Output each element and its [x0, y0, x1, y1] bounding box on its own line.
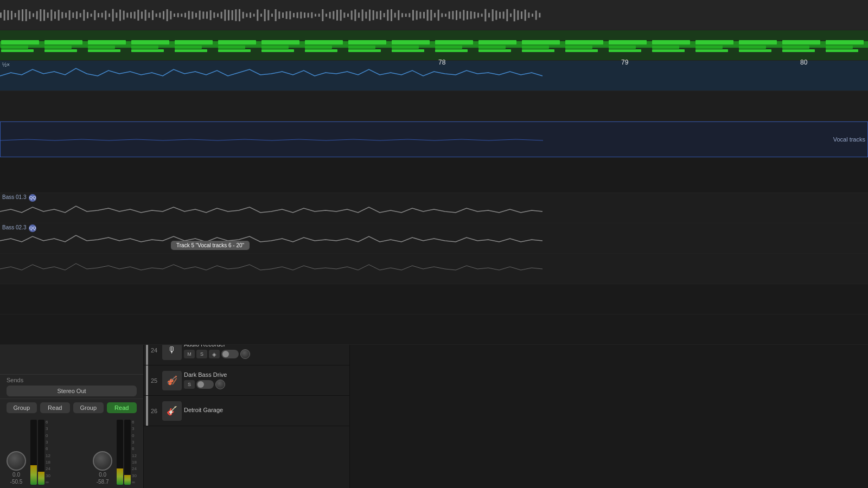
tracks-content[interactable]: // Generate waveform path inline - will …: [355, 54, 868, 488]
main-arrangement-area: 78 79 80 // Generate waveform path inlin…: [355, 54, 868, 488]
track-lane-21: [355, 163, 868, 193]
tooltip: Track 5 "Vocal tracks 6 - 20": [171, 241, 250, 250]
ruler-mark-80: 80: [800, 59, 807, 66]
track-lane-26: [355, 314, 868, 345]
waveform-3: [355, 63, 868, 88]
track-lane-4: [355, 91, 868, 121]
tooltip-spacer-lane: [355, 157, 868, 163]
waveform-24: [355, 256, 868, 281]
track-lane-25: [355, 284, 868, 314]
waveform-22: [355, 201, 868, 221]
waveform-23: [355, 231, 868, 251]
main-layout: ▼ Region: MIDI Defaults Mute: Loop: Quan…: [0, 54, 868, 488]
track-lane-3: ½×: [355, 61, 868, 91]
track-lane-24: [355, 254, 868, 284]
track-lane-5: Vocal tracks: [355, 121, 868, 157]
track-lane-22: Bass 01.3 QQ: [355, 193, 868, 223]
ruler-mark-78: 78: [438, 59, 445, 66]
ruler-mark-79: 79: [621, 59, 628, 66]
track-lane-2: [355, 54, 868, 61]
track-lane-23: Bass 02.3 QQ: [355, 223, 868, 254]
waveform-5: [355, 124, 867, 155]
svg-rect-155: [355, 54, 868, 58]
midi-lane-content: [355, 54, 868, 58]
